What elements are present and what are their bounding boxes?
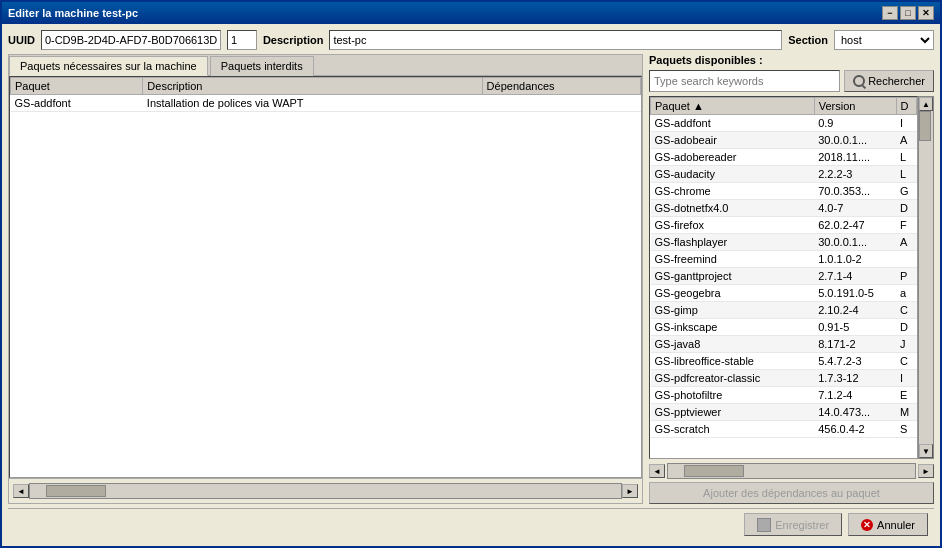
close-button[interactable]: ✕ [918,6,934,20]
right-h-scrollbar-area: ◄ ► [649,463,934,479]
table-row[interactable]: GS-dotnetfx4.04.0-7D [651,200,917,217]
table-row[interactable]: GS-scratch456.0.4-2S [651,421,917,438]
rscroll-thumb[interactable] [684,465,744,477]
scroll-up-arrow[interactable]: ▲ [919,97,933,111]
tab-forbidden[interactable]: Paquets interdits [210,56,314,76]
scroll-down-arrow[interactable]: ▼ [919,444,933,458]
tab-required[interactable]: Paquets nécessaires sur la machine [9,56,208,76]
table-row[interactable]: GS-ganttproject2.7.1-4P [651,268,917,285]
table-row[interactable]: GS-photofiltre7.1.2-4E [651,387,917,404]
left-scrollbar-area: ◄ ► [9,478,642,503]
desc-label: Description [263,34,324,46]
rcol-d[interactable]: D [896,98,916,115]
right-bottom: ◄ ► Ajouter des dépendances au paquet [649,463,934,504]
search-button[interactable]: Rechercher [844,70,934,92]
add-dependency-button[interactable]: Ajouter des dépendances au paquet [649,482,934,504]
col-description[interactable]: Description [143,78,482,95]
scroll-thumb-v[interactable] [919,111,931,141]
uuid-label: UUID [8,34,35,46]
main-window: Editer la machine test-pc − □ ✕ UUID Des… [0,0,942,548]
section-select[interactable]: host [834,30,934,50]
table-row[interactable]: GS-inkscape0.91-5D [651,319,917,336]
col-dependances[interactable]: Dépendances [482,78,640,95]
col-paquet[interactable]: Paquet [11,78,143,95]
table-row[interactable]: GS-audacity2.2.2-3L [651,166,917,183]
rscroll-right-arrow[interactable]: ► [918,464,934,478]
available-label: Paquets disponibles : [649,54,934,66]
table-row[interactable]: GS-adobereader2018.11....L [651,149,917,166]
window-body: UUID Description Section host Paquets né… [2,24,940,546]
scroll-left-arrow[interactable]: ◄ [13,484,29,498]
table-row[interactable]: GS-addfont0.9I [651,115,917,132]
maximize-button[interactable]: □ [900,6,916,20]
save-icon [757,518,771,532]
left-panel: Paquets nécessaires sur la machine Paque… [8,54,643,504]
rscroll-left-arrow[interactable]: ◄ [649,464,665,478]
table-row[interactable]: GS-firefox62.0.2-47F [651,217,917,234]
required-packages-table[interactable]: Paquet Description Dépendances GS-addfon… [9,76,642,478]
available-packages-table[interactable]: Paquet ▲ Version D [649,96,918,459]
section-label: Section [788,34,828,46]
rcol-paquet[interactable]: Paquet ▲ [651,98,815,115]
vertical-scrollbar[interactable]: ▲ ▼ [918,96,934,459]
table-row[interactable]: GS-chrome70.0.353...G [651,183,917,200]
scroll-track [919,111,933,444]
table-row[interactable]: GS-freemind1.0.1.0-2 [651,251,917,268]
right-h-scrollbar[interactable] [667,463,916,479]
cancel-icon: ✕ [861,519,873,531]
minimize-button[interactable]: − [882,6,898,20]
uuid-input[interactable] [41,30,221,50]
table-row[interactable]: GS-gimp2.10.2-4C [651,302,917,319]
table-row[interactable]: GS-libreoffice-stable5.4.7.2-3C [651,353,917,370]
desc-input[interactable] [329,30,782,50]
num-input[interactable] [227,30,257,50]
cancel-button[interactable]: ✕ Annuler [848,513,928,536]
scroll-right-arrow[interactable]: ► [622,484,638,498]
top-row: UUID Description Section host [8,30,934,50]
table-row[interactable]: GS-pdfcreator-classic1.7.3-12I [651,370,917,387]
horizontal-scrollbar[interactable] [29,483,622,499]
save-button[interactable]: Enregistrer [744,513,842,536]
right-panel: Paquets disponibles : Rechercher [649,54,934,504]
footer: Enregistrer ✕ Annuler [8,508,934,540]
table-row[interactable]: GS-adobeair30.0.0.1...A [651,132,917,149]
table-row[interactable]: GS-flashplayer30.0.0.1...A [651,234,917,251]
main-area: Paquets nécessaires sur la machine Paque… [8,54,934,504]
table-row[interactable]: GS-geogebra5.0.191.0-5a [651,285,917,302]
search-icon [853,75,865,87]
title-bar: Editer la machine test-pc − □ ✕ [2,2,940,24]
rcol-version[interactable]: Version [814,98,896,115]
search-input[interactable] [649,70,840,92]
table-row[interactable]: GS-pptviewer14.0.473...M [651,404,917,421]
window-title: Editer la machine test-pc [8,7,138,19]
window-controls: − □ ✕ [882,6,934,20]
available-packages-area: Paquet ▲ Version D [649,96,934,459]
tab-bar: Paquets nécessaires sur la machine Paque… [9,55,642,76]
table-row[interactable]: GS-java88.171-2J [651,336,917,353]
search-row: Rechercher [649,70,934,92]
table-row[interactable]: GS-addfontInstallation de polices via WA… [11,95,641,112]
scroll-thumb[interactable] [46,485,106,497]
